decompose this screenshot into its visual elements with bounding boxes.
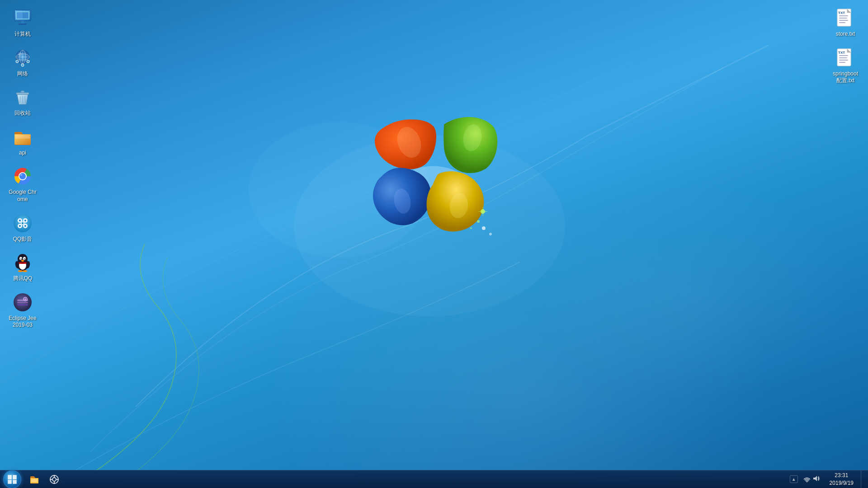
svg-point-50	[22, 222, 24, 224]
svg-point-63	[18, 270, 23, 272]
qqmusic-icon-label: QQ影音	[13, 236, 33, 243]
svg-rect-84	[839, 62, 845, 63]
desktop-icon-springboot-txt[interactable]: TXT springboot 配置.txt	[827, 44, 863, 87]
start-orb	[3, 470, 21, 488]
background-swirls	[0, 0, 868, 488]
desktop-icon-eclipse[interactable]: Eclipse Jee 2019-03	[5, 289, 41, 332]
svg-point-5	[448, 192, 469, 219]
recycle-icon-img	[12, 86, 33, 108]
desktop-icon-store-txt[interactable]: TXT store.txt	[827, 5, 863, 41]
svg-rect-15	[17, 12, 23, 19]
svg-rect-77	[839, 22, 845, 23]
tray-volume-icon[interactable]	[812, 475, 820, 483]
svg-point-95	[806, 481, 807, 483]
system-tray: ▲	[790, 470, 868, 488]
chrome-icon-label: Google Chrome	[7, 189, 38, 203]
tray-network-icon[interactable]	[803, 475, 811, 483]
eclipse-icon-img	[12, 291, 33, 313]
svg-rect-76	[839, 20, 848, 21]
svg-point-4	[392, 187, 412, 215]
qq-icon-img	[12, 252, 33, 273]
api-icon-label: api	[19, 150, 26, 157]
svg-point-8	[470, 227, 472, 229]
desktop-icons-left: 计算机	[5, 5, 41, 332]
computer-icon-img	[12, 7, 33, 29]
store-txt-label: store.txt	[836, 31, 855, 38]
api-icon-img	[12, 126, 33, 148]
clock-time: 23:31	[835, 472, 848, 479]
svg-point-24	[21, 64, 24, 66]
taskbar: ▲	[0, 470, 868, 488]
taskbar-item-settings[interactable]	[45, 471, 63, 488]
taskbar-item-explorer[interactable]	[25, 471, 43, 488]
svg-point-9	[482, 226, 486, 230]
svg-point-58	[21, 258, 22, 258]
springboot-txt-label: springboot 配置.txt	[833, 70, 858, 84]
svg-point-6	[481, 209, 485, 214]
computer-icon-label: 计算机	[14, 31, 31, 38]
svg-point-64	[23, 270, 27, 272]
tray-expand-icon[interactable]: ▲	[790, 475, 798, 483]
svg-point-7	[477, 220, 480, 223]
svg-line-31	[25, 96, 25, 103]
svg-text:TXT: TXT	[838, 11, 845, 15]
svg-rect-83	[839, 60, 848, 61]
clock[interactable]: 23:31 2019/9/19	[825, 472, 858, 487]
svg-rect-27	[16, 93, 29, 94]
svg-point-90	[52, 478, 56, 481]
qq-icon-label: 腾讯QQ	[13, 275, 33, 282]
show-desktop-button[interactable]	[861, 470, 864, 488]
svg-point-60	[21, 260, 24, 262]
svg-point-47	[24, 220, 26, 221]
svg-rect-81	[839, 55, 848, 56]
svg-point-3	[461, 123, 484, 153]
recycle-icon-label: 回收站	[14, 110, 31, 117]
svg-rect-17	[19, 23, 27, 25]
desktop-icon-qq[interactable]: 腾讯QQ	[5, 249, 41, 285]
eclipse-icon-label: Eclipse Jee 2019-03	[9, 315, 36, 329]
desktop-icon-computer[interactable]: 计算机	[5, 5, 41, 41]
desktop-icon-recycle[interactable]: 回收站	[5, 84, 41, 120]
windows-logo	[344, 90, 524, 271]
svg-point-25	[16, 60, 19, 63]
svg-rect-65	[19, 262, 27, 264]
desktop: 计算机	[0, 0, 868, 488]
desktop-icon-qqmusic[interactable]: QQ影音	[5, 210, 41, 246]
svg-rect-28	[21, 91, 24, 93]
svg-point-10	[489, 233, 492, 235]
svg-line-29	[20, 96, 20, 103]
svg-rect-88	[31, 479, 38, 482]
svg-rect-34	[15, 135, 30, 139]
start-button[interactable]	[0, 470, 24, 488]
svg-rect-69	[17, 304, 28, 305]
svg-point-59	[25, 258, 25, 258]
desktop-icons-right: TXT store.txt TXT springbo	[827, 5, 863, 87]
desktop-icon-chrome[interactable]: Google Chrome	[5, 163, 41, 206]
clock-date: 2019/9/19	[830, 479, 854, 487]
svg-point-1	[249, 122, 429, 258]
svg-rect-75	[839, 18, 847, 19]
svg-point-2	[393, 124, 425, 161]
taskbar-explorer-icon	[29, 474, 40, 485]
svg-point-46	[19, 220, 21, 221]
start-windows-logo	[7, 474, 18, 485]
taskbar-settings-icon	[49, 474, 60, 485]
svg-point-48	[19, 225, 21, 227]
svg-point-23	[18, 52, 22, 56]
svg-point-26	[27, 60, 29, 63]
tray-icons-group	[801, 475, 822, 483]
springboot-txt-icon-img: TXT	[835, 47, 856, 69]
svg-point-0	[294, 136, 565, 316]
desktop-icon-network[interactable]: 网络	[5, 44, 41, 80]
desktop-icon-api[interactable]: api	[5, 123, 41, 160]
svg-text:TXT: TXT	[838, 51, 845, 55]
svg-rect-16	[21, 21, 24, 23]
svg-point-38	[19, 173, 26, 179]
svg-rect-68	[17, 302, 28, 303]
network-icon-label: 网络	[17, 70, 28, 78]
svg-rect-82	[839, 57, 847, 58]
chrome-icon-img	[12, 165, 33, 187]
svg-point-49	[24, 225, 26, 227]
qqmusic-icon-img	[12, 212, 33, 234]
svg-rect-74	[839, 15, 848, 16]
